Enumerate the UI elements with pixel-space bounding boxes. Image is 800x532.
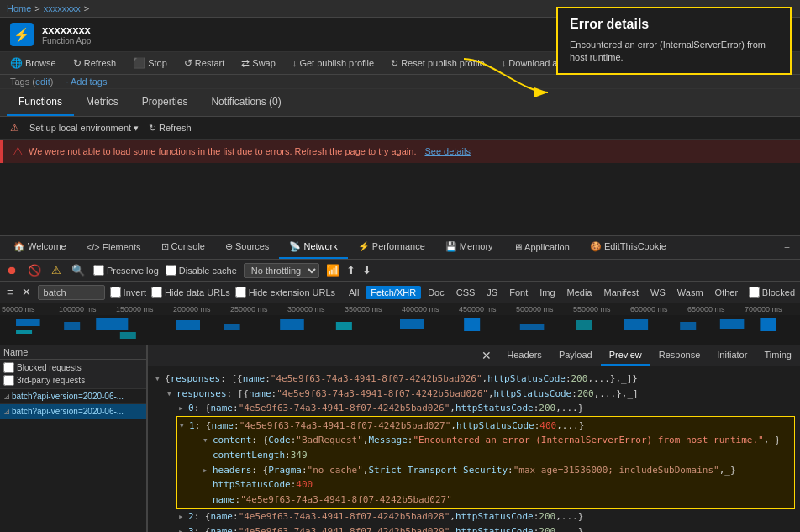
clear-button[interactable]: 🚫 xyxy=(26,262,43,278)
timeline-650k: 650000 ms xyxy=(686,305,743,313)
hide-data-urls-checkbox[interactable] xyxy=(151,287,162,298)
restart-button[interactable]: ↺ Restart xyxy=(181,55,228,71)
invert-checkbox[interactable] xyxy=(110,287,121,298)
breadcrumb-sep2: > xyxy=(84,3,89,13)
request-row-2[interactable]: ⊿ batch?api-version=2020-06-... xyxy=(0,404,146,419)
tab-properties[interactable]: Properties xyxy=(130,89,200,116)
tab-functions[interactable]: Functions xyxy=(7,89,74,116)
tab-elements[interactable]: </> Elements xyxy=(76,237,151,259)
disable-cache-checkbox[interactable] xyxy=(166,265,176,276)
detail-tab-payload[interactable]: Payload xyxy=(550,345,601,366)
filter-js[interactable]: JS xyxy=(482,286,503,299)
hide-extension-label[interactable]: Hide extension URLs xyxy=(235,287,335,298)
filter-fetch-xhr[interactable]: Fetch/XHR xyxy=(366,286,421,299)
svg-rect-17 xyxy=(760,318,776,331)
root-toggle[interactable]: ▾ xyxy=(155,371,165,387)
browse-button[interactable]: 🌐 Browse xyxy=(7,55,60,71)
invert-checkbox-label[interactable]: Invert xyxy=(110,287,147,298)
svg-rect-9 xyxy=(336,322,352,330)
detail-close-button[interactable]: ✕ xyxy=(475,345,498,366)
filter-ws[interactable]: WS xyxy=(645,286,671,299)
tags-edit-link[interactable]: edit xyxy=(35,76,50,87)
third-party-label[interactable]: 3rd-party requests xyxy=(3,375,143,386)
tab-editthiscookie[interactable]: 🍪 EditThisCookie xyxy=(580,236,676,259)
close-filter-button[interactable]: ✕ xyxy=(20,284,33,300)
detail-tab-timing[interactable]: Timing xyxy=(755,345,800,366)
see-details-link[interactable]: See details xyxy=(424,146,470,156)
json-responses[interactable]: ▾ responses : [{ name : "4e5e9f63-74a3-4… xyxy=(165,387,795,402)
filter-other[interactable]: Other xyxy=(710,286,744,299)
filter-img[interactable]: Img xyxy=(534,286,560,299)
tab-performance[interactable]: ⚡ Performance xyxy=(348,236,435,259)
disable-cache-label[interactable]: Disable cache xyxy=(166,265,237,276)
filter-media[interactable]: Media xyxy=(562,286,597,299)
svg-rect-12 xyxy=(520,324,545,330)
search-button[interactable]: 🔍 xyxy=(70,262,87,278)
breadcrumb-home[interactable]: Home xyxy=(7,3,31,13)
item3-toggle[interactable]: ▸ xyxy=(178,524,188,532)
svg-rect-2 xyxy=(16,330,32,334)
stop-button[interactable]: ⬛ Stop xyxy=(129,55,171,71)
record-button[interactable]: ⏺ xyxy=(5,262,19,278)
blocked-requests-label[interactable]: Blocked requests xyxy=(3,362,143,373)
tab-welcome[interactable]: 🏠 Welcome xyxy=(3,236,76,259)
local-refresh-button[interactable]: ↻ Refresh xyxy=(149,123,192,134)
timeline-chart xyxy=(0,315,800,345)
tab-memory[interactable]: 💾 Memory xyxy=(435,236,503,259)
json-root[interactable]: ▾ { responses : [{ name : "4e5e9f63-74a3… xyxy=(153,371,795,387)
throttle-select[interactable]: No throttling Fast 3G Slow 3G xyxy=(244,263,319,278)
download-icon[interactable]: ⬇ xyxy=(362,264,371,277)
add-tab-button[interactable]: + xyxy=(777,237,797,259)
get-publish-profile-button[interactable]: ↓ Get publish profile xyxy=(289,56,377,70)
third-party-checkbox[interactable] xyxy=(3,375,14,386)
upload-icon[interactable]: ⬆ xyxy=(346,264,355,277)
hide-extension-checkbox[interactable] xyxy=(235,287,246,298)
devtools: 🏠 Welcome </> Elements ⊡ Console ⊕ Sourc… xyxy=(0,235,800,532)
swap-button[interactable]: ⇄ Swap xyxy=(238,55,279,71)
detail-tab-initiator[interactable]: Initiator xyxy=(708,345,755,366)
detail-tab-headers[interactable]: Headers xyxy=(498,345,550,366)
tab-metrics[interactable]: Metrics xyxy=(74,89,130,116)
error-indicator[interactable]: ⚠ xyxy=(50,262,63,278)
json-item2[interactable]: ▸ 2 : { name : "4e5e9f63-74a3-4941-8f07-… xyxy=(176,509,795,524)
preserve-log-label[interactable]: Preserve log xyxy=(93,265,159,276)
preserve-log-checkbox[interactable] xyxy=(93,265,104,276)
headers-toggle[interactable]: ▸ xyxy=(203,463,213,478)
filter-all[interactable]: All xyxy=(344,286,364,299)
filter-css[interactable]: CSS xyxy=(451,286,481,299)
tab-sources[interactable]: ⊕ Sources xyxy=(215,236,279,259)
filter-input[interactable] xyxy=(38,285,105,300)
blocked-label[interactable]: Blocked xyxy=(749,287,795,298)
filter-wasm[interactable]: Wasm xyxy=(672,286,708,299)
detail-tab-preview[interactable]: Preview xyxy=(601,345,650,366)
filter-font[interactable]: Font xyxy=(504,286,533,299)
add-tags-link[interactable]: · Add tags xyxy=(66,76,107,87)
wifi-icon[interactable]: 📶 xyxy=(326,264,339,277)
json-item1-content[interactable]: ▾ content : { Code : "BadRequest" , Mess… xyxy=(201,433,794,448)
filter-manifest[interactable]: Manifest xyxy=(599,286,645,299)
tab-application[interactable]: 🖥 Application xyxy=(503,237,580,259)
responses-toggle[interactable]: ▾ xyxy=(166,387,176,402)
item0-toggle[interactable]: ▸ xyxy=(178,401,188,416)
json-item1[interactable]: ▾ 1 : { name : "4e5e9f63-74a3-4941-8f07-… xyxy=(177,419,794,434)
item1-toggle[interactable]: ▾ xyxy=(179,419,189,434)
json-item3[interactable]: ▸ 3 : { name : "4e5e9f63-74a3-4941-8f07-… xyxy=(176,524,795,532)
filter-doc[interactable]: Doc xyxy=(423,286,450,299)
tab-network[interactable]: 📡 Network xyxy=(279,236,347,259)
request-row-1[interactable]: ⊿ batch?api-version=2020-06-... xyxy=(0,389,146,404)
json-item1-headers[interactable]: ▸ headers : { Pragma : "no-cache" , Stri… xyxy=(201,463,794,478)
refresh-button[interactable]: ↻ Refresh xyxy=(70,55,120,71)
detail-tab-response[interactable]: Response xyxy=(650,345,709,366)
content-toggle[interactable]: ▾ xyxy=(203,433,213,448)
item2-toggle[interactable]: ▸ xyxy=(178,509,188,524)
hide-data-urls-label[interactable]: Hide data URLs xyxy=(151,287,230,298)
blocked-requests-checkbox[interactable] xyxy=(3,362,14,373)
breadcrumb-app[interactable]: xxxxxxxx xyxy=(44,3,81,13)
json-item0[interactable]: ▸ 0 : { name : "4e5e9f63-74a3-4941-8f07-… xyxy=(176,401,795,416)
blocked-checkbox[interactable] xyxy=(749,287,760,298)
setup-local-env-button[interactable]: Set up local environment ▾ xyxy=(29,123,139,134)
devtools-tabs-bar: 🏠 Welcome </> Elements ⊡ Console ⊕ Sourc… xyxy=(0,236,800,260)
tab-notifications[interactable]: Notifications (0) xyxy=(199,89,292,116)
filter-toggle-button[interactable]: ≡ xyxy=(5,284,15,300)
tab-console[interactable]: ⊡ Console xyxy=(151,236,215,259)
